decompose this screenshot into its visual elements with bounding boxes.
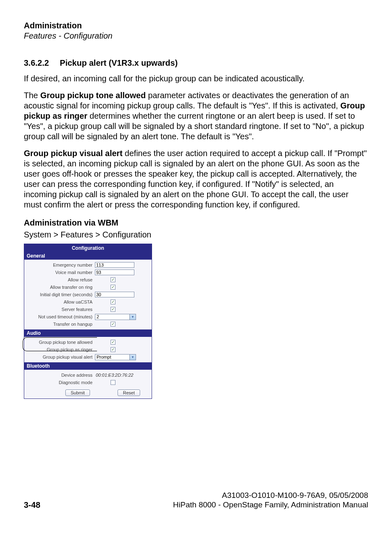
footer-doc-title: HiPath 8000 - OpenStage Family, Administ… (173, 500, 368, 510)
panel-section-bluetooth: Bluetooth (24, 362, 152, 370)
page-number: 3-48 (24, 500, 40, 510)
label-group-pickup-visual-alert: Group pickup visual alert (28, 355, 95, 359)
input-emergency-number[interactable] (95, 262, 134, 268)
label-server-features: Server features (28, 307, 95, 312)
select-group-pickup-visual-alert[interactable]: Prompt ▼ (95, 354, 136, 360)
label-voice-mail-number: Voice mail number (28, 270, 95, 275)
footer-doc-id: A31003-O1010-M100-9-76A9, 05/05/2008 (173, 491, 368, 500)
input-initial-digit-timer[interactable] (95, 292, 134, 297)
label-allow-transfer-on-ring: Allow transfer on ring (28, 285, 95, 290)
value-device-address: 00:01:E3:2D:76:22 (95, 373, 134, 378)
checkbox-group-pickup-as-ringer[interactable]: ✓ (111, 347, 115, 352)
page-footer: 3-48 A31003-O1010-M100-9-76A9, 05/05/200… (24, 491, 368, 510)
label-device-address: Device address (28, 373, 95, 378)
configuration-panel: Configuration General Emergency number V… (24, 244, 152, 399)
reset-button[interactable]: Reset (118, 389, 140, 396)
term-group-pickup-visual-alert: Group pickup visual alert (24, 149, 122, 158)
panel-title: Configuration (24, 244, 152, 252)
breadcrumb: System > Features > Configuration (24, 230, 368, 240)
label-initial-digit-timer: Initial digit timer (seconds) (28, 292, 95, 297)
checkbox-diagnostic-mode[interactable] (111, 380, 115, 385)
checkbox-allow-transfer-on-ring[interactable]: ✓ (111, 285, 115, 290)
section-title: Pickup alert (V1R3.x upwards) (60, 58, 178, 67)
section-number: 3.6.2.2 (24, 58, 58, 68)
label-not-used-timeout: Not used timeout (minutes) (28, 314, 95, 319)
paragraph-intro: If desired, an incoming call for the pic… (24, 74, 368, 84)
term-group-pickup-tone-allowed: Group pickup tone allowed (40, 91, 146, 100)
panel-body-general: Emergency number Voice mail number Allow… (24, 260, 152, 329)
panel-section-general: General (24, 252, 152, 260)
chevron-down-icon: ▼ (129, 355, 136, 360)
label-group-pickup-as-ringer: Group pickup as ringer (28, 347, 95, 352)
checkbox-allow-uacsta[interactable]: ✓ (111, 299, 115, 304)
chevron-down-icon: ▼ (129, 314, 136, 320)
checkbox-transfer-on-hangup[interactable]: ✓ (111, 322, 115, 327)
paragraph-visual-alert: Group pickup visual alert defines the us… (24, 148, 368, 210)
select-not-used-timeout[interactable]: 2 ▼ (95, 314, 136, 320)
label-group-pickup-tone-allowed: Group pickup tone allowed (28, 340, 95, 345)
paragraph-tone: The Group pickup tone allowed parameter … (24, 90, 368, 142)
label-allow-uacsta: Allow uaCSTA (28, 299, 95, 304)
checkbox-server-features[interactable]: ✓ (111, 307, 115, 312)
submit-button[interactable]: Submit (65, 389, 90, 396)
document-page: Administration Features - Configuration … (0, 0, 392, 555)
panel-body-bluetooth: Device address 00:01:E3:2D:76:22 Diagnos… (24, 370, 152, 388)
label-emergency-number: Emergency number (28, 263, 95, 267)
checkbox-allow-refuse[interactable]: ✓ (111, 277, 115, 282)
label-diagnostic-mode: Diagnostic mode (28, 380, 95, 385)
running-header-subtitle: Features - Configuration (24, 31, 368, 41)
input-voice-mail-number[interactable] (95, 269, 134, 275)
running-header-title: Administration (24, 21, 368, 31)
panel-body-audio: Group pickup tone allowed ✓ Group pickup… (24, 337, 152, 362)
panel-button-row: Submit Reset (24, 388, 152, 398)
checkbox-group-pickup-tone-allowed[interactable]: ✓ (111, 340, 115, 345)
panel-section-audio: Audio (24, 329, 152, 337)
label-transfer-on-hangup: Transfer on hangup (28, 322, 95, 327)
section-heading: 3.6.2.2 Pickup alert (V1R3.x upwards) (24, 58, 368, 68)
label-allow-refuse: Allow refuse (28, 277, 95, 282)
subheading-admin-via-wbm: Administration via WBM (24, 218, 368, 228)
